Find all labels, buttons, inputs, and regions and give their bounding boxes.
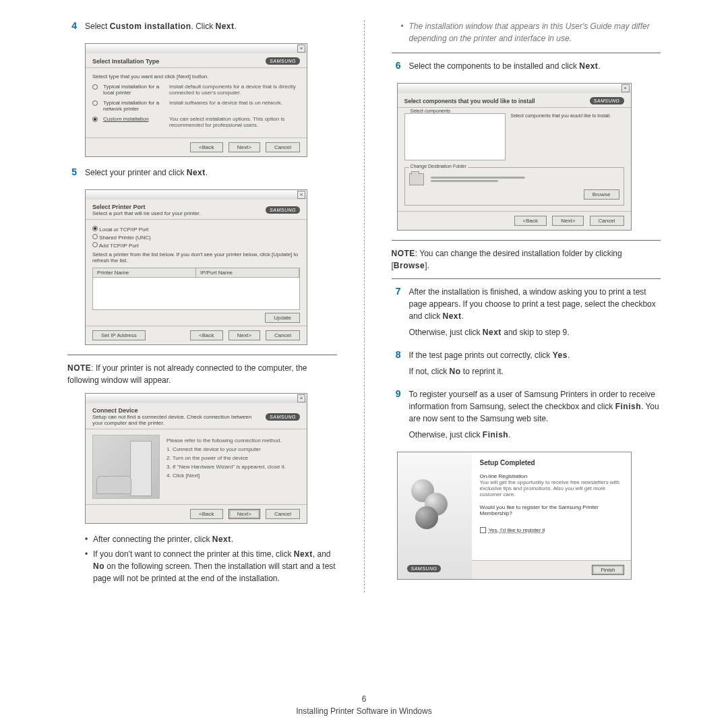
step-6: 6 Select the components to be installed …	[392, 60, 661, 76]
dialog-setup-completed: SAMSUNG Setup Completed On-line Registra…	[397, 452, 632, 580]
note-printer-not-connected: NOTE: If your printer is not already con…	[67, 362, 337, 386]
cancel-button[interactable]: Cancel	[590, 216, 624, 226]
bullet-no-connect: If you don't want to connect the printer…	[85, 548, 337, 584]
cancel-button[interactable]: Cancel	[266, 509, 300, 519]
dialog-title: Select Installation Type	[92, 58, 159, 65]
cancel-button[interactable]: Cancel	[266, 142, 300, 152]
dialog-printer-port: × Select Printer Port Select a port that…	[85, 189, 307, 345]
radio-typical-local[interactable]	[92, 84, 98, 90]
step-7: 7 After the installation is finished, a …	[392, 286, 661, 342]
dialog-connect-device: × Connect Device Setup can not find a co…	[85, 393, 307, 524]
finish-button[interactable]: Finish	[592, 565, 624, 575]
components-listbox[interactable]: Select components	[404, 113, 506, 160]
next-button[interactable]: Next>	[229, 509, 260, 519]
back-button[interactable]: <Back	[190, 142, 222, 152]
radio-custom[interactable]	[92, 117, 98, 122]
step-4: 4 Select Custom installation. Click Next…	[67, 20, 337, 36]
radio-add-tcpip[interactable]	[92, 242, 98, 247]
register-checkbox[interactable]	[480, 527, 486, 533]
back-button[interactable]: <Back	[514, 216, 547, 226]
close-icon[interactable]: ×	[297, 394, 305, 402]
back-button[interactable]: <Back	[190, 330, 222, 340]
step-5: 5 Select your printer and click Next.	[67, 166, 337, 183]
bullet-after-connect: After connecting the printer, click Next…	[85, 533, 337, 545]
folder-icon	[409, 173, 424, 185]
samsung-logo: SAMSUNG	[266, 57, 300, 65]
page-footer: 6 Installing Printer Software in Windows	[0, 694, 728, 716]
browse-button[interactable]: Browse	[584, 189, 619, 200]
next-button[interactable]: Next>	[552, 216, 584, 226]
set-ip-button[interactable]: Set IP Address	[92, 330, 146, 340]
update-button[interactable]: Update	[265, 313, 300, 323]
dialog-select-components: × Select components that you would like …	[397, 83, 632, 231]
italic-guide-note: The installation window that appears in …	[401, 20, 661, 44]
radio-typical-network[interactable]	[92, 100, 98, 106]
back-button[interactable]: <Back	[190, 509, 222, 519]
note-change-folder: NOTE: You can change the desired install…	[392, 247, 661, 272]
next-button[interactable]: Next>	[229, 142, 260, 152]
column-divider	[364, 20, 365, 593]
dialog-install-type: × Select Installation Type SAMSUNG Selec…	[85, 43, 307, 157]
printer-list[interactable]	[92, 278, 300, 310]
close-icon[interactable]: ×	[621, 84, 630, 92]
step-number: 4	[67, 20, 77, 36]
close-icon[interactable]: ×	[297, 191, 305, 199]
next-button[interactable]: Next>	[229, 330, 260, 340]
radio-shared-unc[interactable]	[92, 234, 98, 239]
radio-local-port[interactable]	[92, 226, 98, 231]
step-9: 9 To register yourself as a user of Sams…	[392, 388, 661, 445]
close-icon[interactable]: ×	[297, 44, 305, 53]
connection-illustration	[92, 435, 160, 499]
step-8: 8 If the test page prints out correctly,…	[392, 349, 661, 382]
cancel-button[interactable]: Cancel	[266, 330, 300, 340]
